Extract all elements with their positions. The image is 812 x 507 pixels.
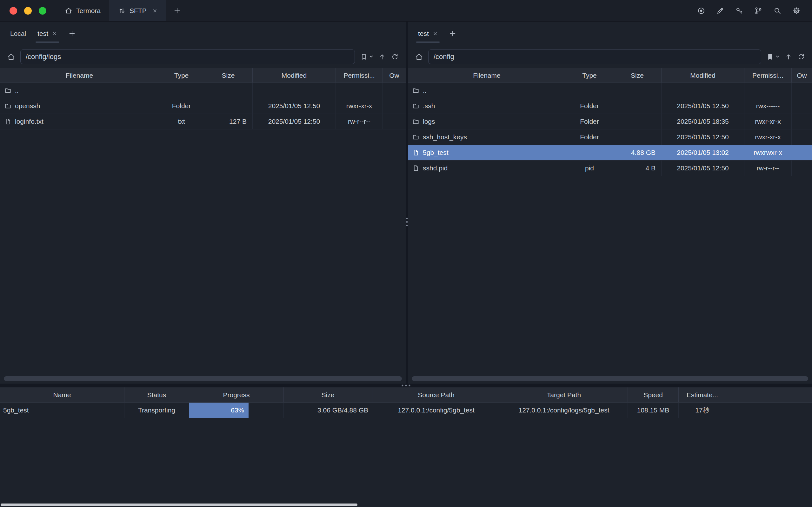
column-header-source-path[interactable]: Source Path	[372, 387, 500, 402]
file-row-openssh[interactable]: openssh Folder 2025/01/05 12:50 rwxr-xr-…	[0, 98, 406, 114]
left-path-input[interactable]	[20, 50, 355, 64]
folder-icon	[412, 118, 419, 125]
zoom-window-button[interactable]	[39, 7, 46, 15]
transfer-row-5gb-test[interactable]: 5gb_test Transporting 63% 3.06 GB/4.88 G…	[0, 403, 812, 418]
column-header-owner[interactable]: Ow	[792, 68, 812, 82]
file-row-loginfo[interactable]: loginfo.txt txt 127 B 2025/01/05 12:50 r…	[0, 114, 406, 129]
right-add-tab-button[interactable]	[443, 21, 462, 45]
refresh-icon[interactable]	[391, 53, 399, 61]
right-pathbar	[408, 45, 812, 68]
key-icon[interactable]	[735, 7, 744, 15]
file-modified: 2025/01/05 12:50	[253, 98, 336, 114]
transfer-estimate: 17秒	[679, 403, 726, 418]
right-horizontal-scrollbar[interactable]	[412, 376, 808, 381]
search-icon[interactable]	[773, 7, 781, 15]
file-size	[613, 83, 661, 98]
file-size	[204, 83, 253, 98]
bookmark-filled-icon	[766, 53, 774, 61]
column-header-size[interactable]: Size	[284, 387, 372, 402]
home-icon[interactable]	[7, 53, 15, 61]
close-window-button[interactable]	[9, 7, 17, 15]
edit-icon[interactable]	[716, 7, 724, 15]
tab-termora[interactable]: Termora	[56, 0, 110, 21]
transfer-speed: 108.15 MB	[628, 403, 679, 418]
file-row-ssh[interactable]: .ssh Folder 2025/01/05 12:50 rwx------	[408, 98, 812, 114]
file-modified: 2025/01/05 12:50	[661, 129, 744, 145]
refresh-icon[interactable]	[797, 53, 805, 61]
column-header-type[interactable]: Type	[159, 68, 204, 82]
column-header-name[interactable]: Name	[0, 387, 124, 402]
traffic-lights	[0, 0, 56, 21]
right-pane: test	[408, 21, 812, 384]
left-table-header: Filename Type Size Modified Permissi... …	[0, 68, 406, 83]
column-header-permissions[interactable]: Permissi...	[744, 68, 792, 82]
file-row-5gb-test-selected[interactable]: 5gb_test 4.88 GB 2025/01/05 13:02 rwxrwx…	[408, 145, 812, 161]
file-permissions	[336, 83, 383, 98]
close-tab-icon[interactable]	[52, 31, 57, 36]
parent-directory-icon[interactable]	[785, 53, 792, 61]
file-name: ..	[15, 87, 19, 94]
file-row-logs[interactable]: logs Folder 2025/01/05 18:35 rwxr-xr-x	[408, 114, 812, 129]
column-header-size[interactable]: Size	[204, 68, 253, 82]
file-owner	[792, 83, 812, 98]
column-header-modified[interactable]: Modified	[661, 68, 744, 82]
close-tab-icon[interactable]	[433, 31, 438, 36]
file-size: 4.88 GB	[613, 145, 661, 160]
file-modified: 2025/01/05 12:50	[661, 98, 744, 114]
vertical-splitter[interactable]	[406, 21, 408, 384]
column-header-progress[interactable]: Progress	[189, 387, 284, 402]
left-pathbar	[0, 45, 406, 68]
chevron-down-icon	[775, 55, 779, 59]
left-tab-local[interactable]: Local	[4, 21, 32, 45]
file-row-parent[interactable]: ..	[408, 83, 812, 98]
file-row-ssh-host-keys[interactable]: ssh_host_keys Folder 2025/01/05 12:50 rw…	[408, 129, 812, 145]
right-tab-test[interactable]: test	[412, 21, 443, 45]
right-path-input[interactable]	[428, 50, 761, 64]
close-tab-icon[interactable]	[152, 8, 157, 13]
home-icon[interactable]	[415, 53, 423, 61]
column-header-filename[interactable]: Filename	[408, 68, 566, 82]
column-header-filler	[726, 387, 812, 402]
file-owner	[792, 161, 812, 176]
file-owner	[792, 98, 812, 114]
left-horizontal-scrollbar[interactable]	[4, 376, 402, 381]
file-row-parent[interactable]: ..	[0, 83, 406, 98]
progress-fill: 63%	[189, 403, 249, 418]
column-header-modified[interactable]: Modified	[253, 68, 336, 82]
horizontal-splitter[interactable]	[0, 384, 812, 387]
left-tab-test[interactable]: test	[32, 21, 63, 45]
right-pane-tabs: test	[408, 21, 812, 45]
transfer-horizontal-scrollbar[interactable]	[1, 504, 358, 506]
file-type: Folder	[566, 98, 613, 114]
left-add-tab-button[interactable]	[63, 21, 81, 45]
column-header-speed[interactable]: Speed	[628, 387, 679, 402]
settings-gear-icon[interactable]	[792, 7, 801, 15]
column-header-filename[interactable]: Filename	[0, 68, 159, 82]
column-header-size[interactable]: Size	[613, 68, 661, 82]
column-header-target-path[interactable]: Target Path	[500, 387, 628, 402]
column-header-type[interactable]: Type	[566, 68, 613, 82]
column-header-owner[interactable]: Ow	[383, 68, 406, 82]
parent-directory-icon[interactable]	[378, 53, 386, 61]
titlebar: Termora SFTP	[0, 0, 812, 21]
transfer-source-path: 127.0.0.1:/config/5gb_test	[372, 403, 500, 418]
file-name: loginfo.txt	[15, 118, 44, 125]
file-modified: 2025/01/05 13:02	[661, 145, 744, 160]
transfer-panel: Name Status Progress Size Source Path Ta…	[0, 387, 812, 507]
tab-sftp[interactable]: SFTP	[110, 0, 166, 21]
file-row-sshd-pid[interactable]: sshd.pid pid 4 B 2025/01/05 12:50 rw-r--…	[408, 161, 812, 176]
new-tab-button[interactable]	[166, 0, 188, 21]
record-icon[interactable]	[697, 7, 705, 15]
file-size	[613, 114, 661, 129]
file-icon	[412, 149, 419, 156]
column-header-status[interactable]: Status	[124, 387, 189, 402]
progress-cell: 63%	[189, 403, 284, 418]
right-bookmark-control[interactable]	[766, 53, 779, 61]
minimize-window-button[interactable]	[24, 7, 32, 15]
left-bookmark-control[interactable]	[360, 53, 373, 61]
branch-icon[interactable]	[754, 7, 762, 15]
column-header-estimate[interactable]: Estimate...	[679, 387, 726, 402]
column-header-permissions[interactable]: Permissi...	[336, 68, 383, 82]
splitter-grip-icon	[406, 218, 408, 226]
file-type	[566, 145, 613, 160]
